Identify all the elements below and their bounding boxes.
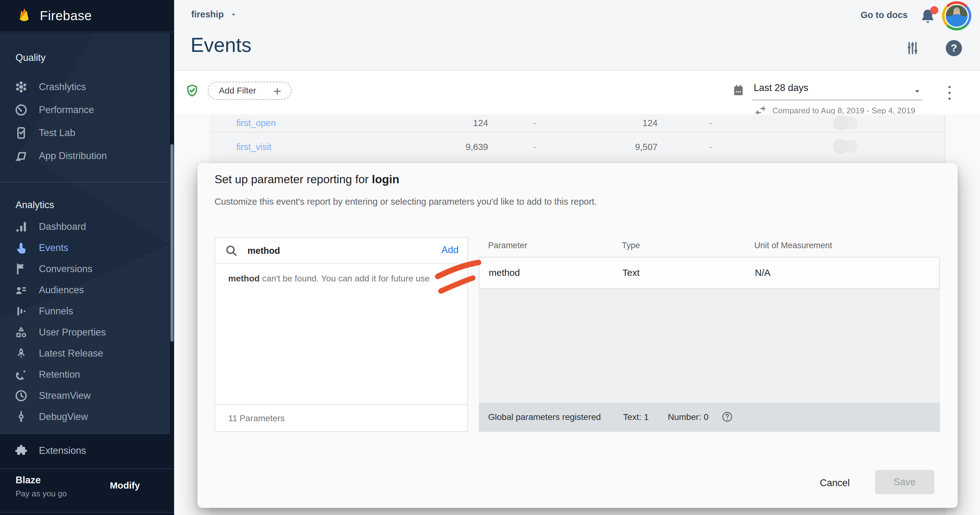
event-delta: -: [692, 142, 712, 152]
add-parameter-button[interactable]: Add: [442, 244, 458, 256]
parameter-unit: N/A: [755, 268, 770, 278]
table-row: first_open 124 - 124 -: [210, 114, 945, 133]
event-count: 124: [395, 118, 488, 128]
sidebar: Firebase Quality Crashlytics Performance: [0, 0, 174, 515]
compare-note: Compared to Aug 8, 2019 - Sep 4, 2019: [772, 106, 915, 116]
plan-subtitle: Pay as you go: [16, 489, 67, 499]
filter-bar: Add Filter Last 28 days Compared t: [174, 71, 980, 114]
events-icon: [14, 241, 28, 255]
test-lab-icon: [14, 126, 28, 140]
event-name-link[interactable]: first_open: [236, 118, 276, 128]
sidebar-item-debugview[interactable]: DebugView: [0, 406, 170, 428]
parameter-type: Text: [622, 268, 640, 278]
cancel-button[interactable]: Cancel: [811, 472, 858, 494]
user-properties-icon: [14, 325, 28, 339]
page-title: Events: [191, 33, 251, 57]
calendar-icon[interactable]: [732, 84, 745, 97]
event-delta: -: [692, 118, 712, 128]
funnels-icon: [14, 304, 28, 318]
account-menu-button[interactable]: [942, 1, 971, 30]
sidebar-item-funnels[interactable]: Funnels: [0, 301, 170, 322]
add-filter-label: Add Filter: [219, 86, 256, 96]
notification-badge: [930, 6, 938, 14]
section-label-quality: Quality: [16, 52, 45, 63]
chevron-down-icon: [229, 11, 237, 19]
parameter-row[interactable]: method Text N/A: [479, 257, 940, 289]
event-count: 9,639: [395, 142, 488, 152]
parameter-name: method: [489, 268, 520, 278]
date-range-select[interactable]: Last 28 days: [752, 80, 922, 100]
sidebar-item-latest-release[interactable]: Latest Release: [0, 343, 170, 364]
firebase-console: Firebase Quality Crashlytics Performance: [0, 0, 980, 515]
selected-parameters-panel: Parameter Type Unit of Measurement metho…: [479, 237, 940, 432]
plan-bottom-divider: [0, 512, 174, 512]
not-found-message: method can't be found. You can add it fo…: [228, 274, 430, 284]
parameter-reporting-dialog: Set up parameter reporting for login Cus…: [197, 163, 958, 508]
performance-icon: [14, 103, 28, 117]
conversion-toggle[interactable]: [833, 140, 858, 152]
add-filter-chip[interactable]: Add Filter: [208, 82, 292, 100]
go-to-docs-link[interactable]: Go to docs: [861, 10, 908, 20]
firebase-brand[interactable]: Firebase: [0, 0, 174, 32]
project-selector[interactable]: fireship: [191, 10, 237, 19]
streamview-icon: [14, 389, 28, 402]
sidebar-nav: Quality Crashlytics Performance Test Lab: [0, 33, 174, 434]
sidebar-item-retention[interactable]: Retention: [0, 364, 170, 385]
overflow-menu-icon[interactable]: [945, 84, 955, 101]
sidebar-item-extensions[interactable]: Extensions: [0, 440, 170, 461]
sidebar-item-test-lab[interactable]: Test Lab: [0, 122, 170, 144]
sidebar-extensions-section: Extensions: [0, 434, 174, 468]
plan-bar: Blaze Pay as you go Modify: [0, 468, 174, 515]
audiences-icon: [14, 283, 28, 297]
table-row: first_visit 9,639 - 9,507 -: [210, 133, 945, 163]
event-users: 9,507: [566, 142, 658, 152]
save-button[interactable]: Save: [875, 470, 934, 494]
sidebar-scrollbar-thumb[interactable]: [170, 144, 173, 342]
sidebar-item-conversions[interactable]: Conversions: [0, 258, 170, 280]
sidebar-item-app-distribution[interactable]: App Distribution: [0, 145, 170, 166]
dialog-event-name: login: [372, 173, 399, 186]
event-users: 124: [566, 118, 658, 128]
parameter-count: 11 Parameters: [228, 414, 285, 423]
sidebar-divider: [0, 182, 170, 183]
sidebar-item-user-properties[interactable]: User Properties: [0, 322, 170, 343]
section-label-analytics: Analytics: [16, 200, 54, 211]
event-name-link[interactable]: first_visit: [236, 142, 271, 152]
date-range-value: Last 28 days: [754, 82, 808, 93]
conversion-toggle[interactable]: [833, 117, 858, 129]
tune-icon[interactable]: [904, 40, 921, 56]
avatar: [945, 4, 969, 28]
global-parameters-label: Global parameters registered: [488, 412, 601, 422]
dashboard-icon: [14, 220, 28, 234]
search-icon: [224, 244, 238, 258]
sidebar-item-audiences[interactable]: Audiences: [0, 280, 170, 301]
help-icon[interactable]: ?: [946, 40, 962, 56]
empty-parameter-area: [479, 289, 940, 403]
main-content: fireship Go to docs Events ? Add Fi: [174, 0, 980, 515]
parameter-count-footer: 11 Parameters: [215, 404, 467, 432]
sidebar-item-events[interactable]: Events: [0, 237, 170, 258]
text-count: Text: 1: [623, 412, 649, 422]
firebase-logo-icon: [16, 8, 32, 24]
column-header-parameter: Parameter: [488, 241, 527, 250]
firebase-brand-label: Firebase: [40, 8, 92, 23]
global-parameters-footer: Global parameters registered Text: 1 Num…: [479, 403, 940, 432]
event-delta: -: [516, 118, 536, 128]
notifications-button[interactable]: [919, 8, 937, 25]
sidebar-item-streamview[interactable]: StreamView: [0, 385, 170, 406]
help-outline-icon[interactable]: [721, 411, 733, 423]
plan-name: Blaze: [16, 475, 41, 486]
modify-plan-button[interactable]: Modify: [110, 480, 140, 491]
parameter-search-input[interactable]: [248, 243, 409, 258]
search-row: Add: [215, 238, 467, 264]
crashlytics-icon: [14, 80, 28, 94]
number-count: Number: 0: [668, 412, 709, 422]
dropdown-arrow-icon: [913, 87, 922, 96]
sidebar-item-performance[interactable]: Performance: [0, 100, 170, 120]
sidebar-item-crashlytics[interactable]: Crashlytics: [0, 76, 170, 98]
plus-icon: [272, 86, 283, 97]
project-name: fireship: [191, 10, 224, 19]
sidebar-item-dashboard[interactable]: Dashboard: [0, 216, 170, 237]
debugview-icon: [14, 410, 28, 424]
parameter-search-card: Add method can't be found. You can add i…: [215, 237, 468, 432]
